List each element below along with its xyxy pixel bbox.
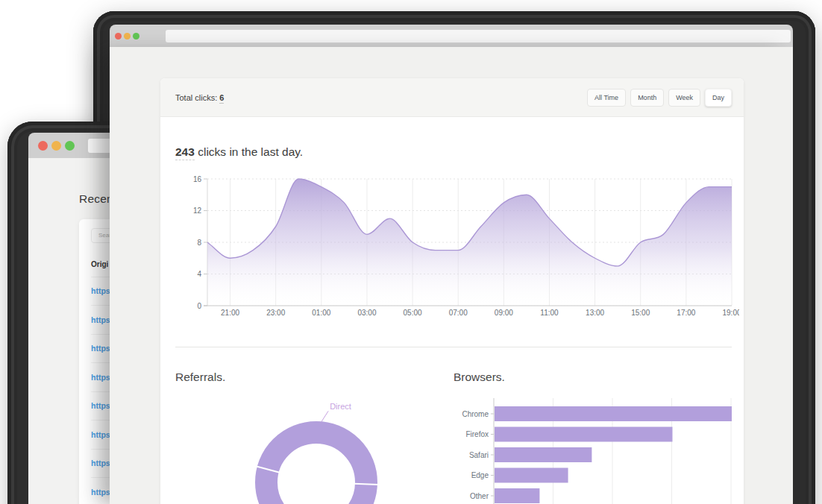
x-axis-tick-label: 21:00 bbox=[221, 309, 239, 317]
total-clicks-label: Total clicks: 6 bbox=[175, 93, 224, 102]
filter-day-button[interactable]: Day bbox=[705, 89, 732, 107]
bar-chrome bbox=[495, 406, 732, 421]
clicks-summary-text: clicks in the last day. bbox=[195, 145, 303, 158]
bar-category-label: Chrome bbox=[462, 410, 489, 418]
x-axis-tick-label: 05:00 bbox=[404, 309, 422, 317]
analytics-card-header: Total clicks: 6 All Time Month Week Day bbox=[160, 78, 744, 117]
y-axis-tick-label: 4 bbox=[197, 270, 201, 278]
clicks-count: 243 bbox=[175, 145, 195, 160]
bar-firefox bbox=[495, 427, 673, 442]
donut-slice-divider bbox=[354, 484, 378, 485]
browsers-bar-chart[interactable]: ChromeFirefoxSafariEdgeOther bbox=[454, 398, 741, 504]
donut-ring bbox=[266, 432, 366, 504]
close-window-button[interactable] bbox=[38, 141, 48, 151]
bar-other bbox=[495, 488, 539, 503]
filter-month-button[interactable]: Month bbox=[630, 89, 664, 107]
section-divider bbox=[175, 347, 732, 347]
minimize-window-button[interactable] bbox=[124, 33, 131, 40]
clicks-area-chart[interactable]: 21:0023:0001:0003:0005:0007:0009:0011:00… bbox=[175, 173, 739, 319]
filter-all-time-button[interactable]: All Time bbox=[587, 89, 626, 107]
x-axis-tick-label: 07:00 bbox=[449, 309, 468, 317]
x-axis-tick-label: 19:00 bbox=[722, 309, 739, 317]
referrals-title: Referrals. bbox=[175, 371, 225, 384]
y-axis-tick-label: 8 bbox=[197, 239, 201, 247]
bar-category-label: Firefox bbox=[465, 430, 489, 438]
y-axis-tick-label: 0 bbox=[197, 302, 201, 310]
donut-slice-label: Direct bbox=[330, 402, 351, 411]
x-axis-tick-label: 23:00 bbox=[266, 309, 285, 317]
front-titlebar bbox=[110, 25, 793, 47]
donut-label-leader bbox=[321, 411, 328, 421]
minimize-window-button[interactable] bbox=[51, 141, 61, 151]
x-axis-tick-label: 17:00 bbox=[677, 309, 695, 317]
referrals-donut-chart[interactable]: Direct bbox=[246, 398, 392, 504]
total-clicks-value: 6 bbox=[219, 93, 224, 104]
filter-week-button[interactable]: Week bbox=[668, 89, 700, 107]
bar-safari bbox=[495, 447, 592, 462]
bar-category-label: Other bbox=[470, 492, 489, 500]
y-axis-tick-label: 12 bbox=[193, 207, 202, 215]
address-bar[interactable] bbox=[166, 30, 791, 42]
analytics-card: Total clicks: 6 All Time Month Week Day … bbox=[160, 78, 744, 504]
x-axis-tick-label: 15:00 bbox=[631, 309, 650, 317]
bar-category-label: Edge bbox=[471, 471, 489, 479]
bar-category-label: Safari bbox=[469, 451, 489, 459]
x-axis-tick-label: 09:00 bbox=[495, 309, 513, 317]
total-clicks-text: Total clicks: bbox=[175, 93, 217, 102]
clicks-area-fill bbox=[207, 179, 732, 306]
x-axis-tick-label: 03:00 bbox=[357, 309, 376, 317]
bar-edge bbox=[495, 468, 568, 483]
y-axis-tick-label: 16 bbox=[193, 175, 202, 183]
x-axis-tick-label: 01:00 bbox=[312, 309, 330, 317]
clicks-summary: 243 clicks in the last day. bbox=[175, 145, 303, 159]
maximize-window-button[interactable] bbox=[133, 33, 139, 40]
x-axis-tick-label: 13:00 bbox=[586, 309, 604, 317]
close-window-button[interactable] bbox=[115, 33, 122, 40]
browsers-title: Browsers. bbox=[454, 371, 505, 384]
maximize-window-button[interactable] bbox=[65, 141, 75, 151]
x-axis-tick-label: 11:00 bbox=[540, 309, 559, 317]
dashboard-page: Total clicks: 6 All Time Month Week Day … bbox=[110, 47, 793, 504]
time-filter-group: All Time Month Week Day bbox=[587, 89, 732, 107]
